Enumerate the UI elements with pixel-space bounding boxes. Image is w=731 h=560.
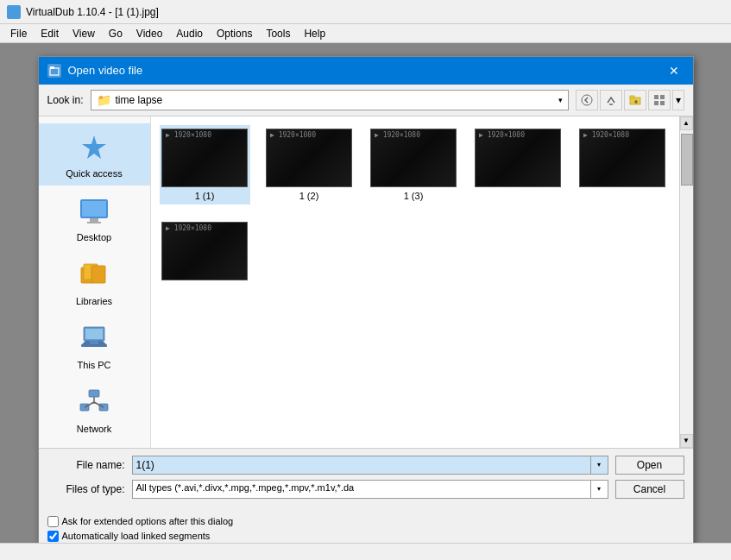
dialog-content: Look in: 📁 time lapse ▾ bbox=[39, 85, 693, 547]
current-folder-text: time lapse bbox=[116, 94, 558, 106]
svg-rect-7 bbox=[654, 101, 659, 105]
file-item-6[interactable]: ▶ 1920×1080 bbox=[160, 218, 250, 287]
open-file-dialog: Open video file ✕ Look in: 📁 time lapse … bbox=[38, 56, 694, 548]
file-item-1[interactable]: ▶ 1920×1080 1 (1) bbox=[160, 125, 250, 204]
desktop-icon bbox=[77, 194, 111, 229]
svg-rect-20 bbox=[90, 341, 98, 344]
extended-options-label: Ask for extended options after this dial… bbox=[62, 516, 234, 526]
dialog-backdrop: Open video file ✕ Look in: 📁 time lapse … bbox=[0, 43, 731, 560]
file-thumbnail-6: ▶ 1920×1080 bbox=[161, 222, 248, 280]
dialog-toolbar: Look in: 📁 time lapse ▾ bbox=[39, 85, 693, 116]
toolbar-buttons: ▾ bbox=[576, 90, 684, 110]
menu-tools[interactable]: Tools bbox=[259, 26, 297, 41]
libraries-icon bbox=[77, 258, 111, 293]
menu-help[interactable]: Help bbox=[297, 26, 332, 41]
desktop-label: Desktop bbox=[77, 232, 111, 242]
dialog-title: Open video file bbox=[68, 64, 664, 77]
sidebar-item-network[interactable]: Network bbox=[39, 379, 150, 441]
cancel-button[interactable]: Cancel bbox=[615, 480, 684, 499]
folder-icon: 📁 bbox=[97, 93, 110, 107]
scroll-thumb[interactable] bbox=[681, 134, 693, 186]
svg-rect-0 bbox=[50, 68, 59, 75]
menu-edit[interactable]: Edit bbox=[34, 26, 66, 41]
open-button[interactable]: Open bbox=[615, 456, 684, 475]
filetype-value: All types (*.avi,*.divx,*.mpg,*.mpeg,*.m… bbox=[133, 481, 590, 498]
title-bar: VirtualDub 1.10.4 - [1 (1).jpg] bbox=[0, 0, 731, 24]
sidebar-item-this-pc[interactable]: This PC bbox=[39, 315, 150, 377]
svg-rect-11 bbox=[82, 201, 106, 217]
menu-video[interactable]: Video bbox=[129, 26, 169, 41]
menu-file[interactable]: File bbox=[3, 26, 34, 41]
app-title: VirtualDub 1.10.4 - [1 (1).jpg] bbox=[26, 6, 159, 18]
file-name-3: 1 (3) bbox=[404, 191, 424, 201]
main-area: Quick access Desktop bbox=[39, 116, 693, 448]
app-icon bbox=[7, 5, 21, 19]
scroll-track bbox=[680, 130, 693, 434]
dialog-close-button[interactable]: ✕ bbox=[664, 60, 684, 81]
svg-rect-12 bbox=[90, 218, 98, 222]
network-label: Network bbox=[77, 424, 111, 434]
file-item-5[interactable]: ▶ 1920×1080 bbox=[577, 125, 668, 204]
svg-rect-5 bbox=[654, 95, 659, 99]
quick-access-label: Quick access bbox=[66, 168, 122, 179]
quick-access-icon bbox=[77, 130, 111, 165]
file-grid-container: ▶ 1920×1080 1 (1) ▶ 1920×1080 1 (2) bbox=[151, 116, 693, 448]
file-name-1: 1 (1) bbox=[195, 191, 215, 201]
look-in-label: Look in: bbox=[47, 94, 84, 106]
menu-bar: File Edit View Go Video Audio Options To… bbox=[0, 24, 731, 43]
menu-go[interactable]: Go bbox=[102, 26, 129, 41]
linked-segments-checkbox[interactable] bbox=[47, 531, 59, 542]
file-item-2[interactable]: ▶ 1920×1080 1 (2) bbox=[264, 125, 355, 204]
file-thumbnail-3: ▶ 1920×1080 bbox=[370, 129, 457, 187]
filetype-row: Files of type: All types (*.avi,*.divx,*… bbox=[47, 480, 684, 499]
look-in-input[interactable]: 📁 time lapse ▾ bbox=[91, 90, 569, 110]
linked-segments-row: Automatically load linked segments bbox=[47, 529, 684, 544]
svg-rect-1 bbox=[50, 66, 54, 69]
filename-dropdown-arrow[interactable]: ▾ bbox=[590, 456, 608, 474]
file-thumbnail-1: ▶ 1920×1080 bbox=[161, 129, 248, 187]
file-thumbnail-5: ▶ 1920×1080 bbox=[579, 129, 665, 187]
dialog-titlebar: Open video file ✕ bbox=[39, 57, 693, 85]
back-button[interactable] bbox=[576, 90, 598, 110]
vertical-scrollbar[interactable]: ▲ ▼ bbox=[679, 116, 693, 448]
menu-view[interactable]: View bbox=[66, 26, 102, 41]
svg-rect-6 bbox=[660, 95, 665, 99]
svg-rect-13 bbox=[87, 222, 101, 223]
filename-row: File name: ▾ Open bbox=[47, 456, 684, 475]
linked-segments-label: Automatically load linked segments bbox=[62, 531, 211, 541]
menu-audio[interactable]: Audio bbox=[169, 26, 210, 41]
extended-options-checkbox[interactable] bbox=[47, 516, 59, 527]
file-item-4[interactable]: ▶ 1920×1080 bbox=[473, 125, 564, 204]
filename-label: File name: bbox=[47, 459, 125, 471]
filename-input-wrap: ▾ bbox=[132, 456, 608, 475]
dialog-icon bbox=[47, 64, 61, 78]
libraries-label: Libraries bbox=[76, 296, 112, 306]
dialog-footer: File name: ▾ Open Files of type: All typ… bbox=[39, 448, 693, 511]
svg-rect-8 bbox=[660, 101, 665, 105]
extended-options-row: Ask for extended options after this dial… bbox=[47, 514, 684, 529]
dropdown-arrow-icon[interactable]: ▾ bbox=[558, 96, 563, 104]
menu-options[interactable]: Options bbox=[210, 26, 259, 41]
checkboxes-area: Ask for extended options after this dial… bbox=[39, 511, 693, 547]
filename-input[interactable] bbox=[133, 456, 590, 474]
filetype-dropdown-arrow[interactable]: ▾ bbox=[590, 481, 608, 498]
svg-rect-18 bbox=[85, 329, 103, 339]
sidebar-item-quick-access[interactable]: Quick access bbox=[39, 123, 150, 186]
network-icon bbox=[77, 386, 111, 420]
file-grid: ▶ 1920×1080 1 (1) ▶ 1920×1080 1 (2) bbox=[151, 116, 679, 448]
svg-rect-4 bbox=[630, 96, 634, 98]
view-button[interactable] bbox=[648, 90, 671, 110]
scroll-up-button[interactable]: ▲ bbox=[680, 116, 693, 130]
sidebar-item-desktop[interactable]: Desktop bbox=[39, 187, 150, 249]
filetype-select-wrap: All types (*.avi,*.divx,*.mpg,*.mpeg,*.m… bbox=[132, 480, 608, 499]
filetype-label: Files of type: bbox=[47, 483, 125, 495]
this-pc-label: This PC bbox=[77, 360, 110, 370]
file-item-3[interactable]: ▶ 1920×1080 1 (3) bbox=[369, 125, 459, 204]
view-options-button[interactable]: ▾ bbox=[672, 90, 684, 110]
file-name-2: 1 (2) bbox=[299, 191, 319, 201]
scroll-down-button[interactable]: ▼ bbox=[680, 434, 693, 448]
sidebar-item-libraries[interactable]: Libraries bbox=[39, 251, 150, 313]
new-folder-button[interactable] bbox=[624, 90, 646, 110]
up-button[interactable] bbox=[600, 90, 622, 110]
svg-marker-9 bbox=[82, 135, 106, 159]
